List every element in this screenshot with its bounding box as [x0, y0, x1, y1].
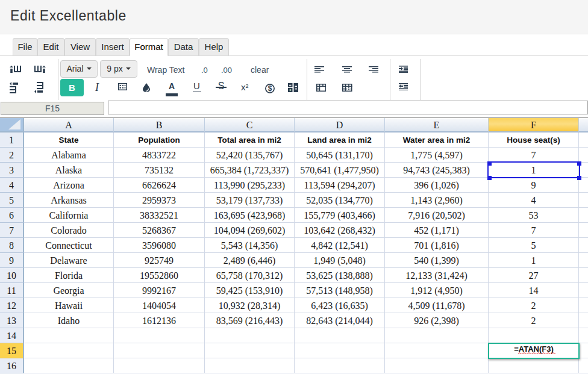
svg-text:$: $ [267, 84, 272, 93]
